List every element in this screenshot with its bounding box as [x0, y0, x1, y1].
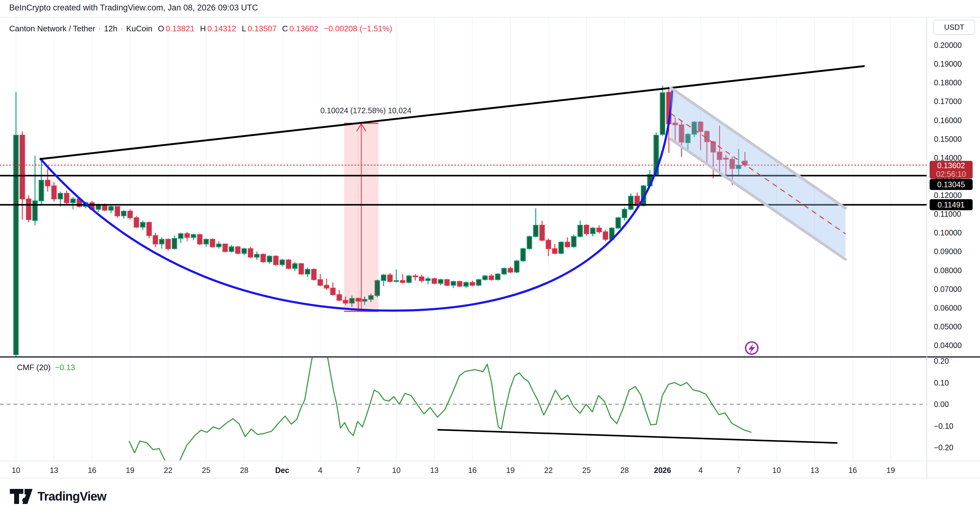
- low-letter: L: [242, 24, 246, 33]
- time-tick: 19: [506, 462, 515, 478]
- time-tick: 22: [544, 462, 553, 478]
- price-tick: 0.17000: [934, 97, 962, 106]
- price-panel: [0, 66, 927, 357]
- candle-body: [46, 180, 50, 186]
- currency-unit-button[interactable]: USDT: [933, 20, 975, 35]
- candle-body: [426, 279, 430, 280]
- candle-body: [242, 249, 247, 253]
- candle-body: [191, 235, 196, 237]
- candle-body: [26, 199, 31, 219]
- candle-body: [261, 254, 266, 262]
- candle-body: [628, 196, 633, 209]
- time-tick: 25: [582, 462, 591, 478]
- price-tick: 0.20000: [934, 41, 962, 50]
- instant-order-button[interactable]: [746, 342, 758, 354]
- candle-body: [166, 239, 170, 249]
- cmf-line: [129, 351, 751, 479]
- candle-body: [33, 201, 37, 220]
- candle-body: [172, 238, 177, 249]
- candle-body: [476, 280, 481, 285]
- candle-body: [419, 277, 424, 280]
- candle-body: [235, 247, 240, 253]
- candle-body: [331, 288, 335, 295]
- tradingview-logo[interactable]: TradingView: [9, 487, 106, 506]
- cmf-tick: 0.10: [934, 378, 949, 387]
- time-tick: 7: [356, 462, 360, 478]
- candle-body: [521, 249, 525, 261]
- price-tick: 0.10000: [934, 228, 962, 237]
- time-tick: 10: [392, 462, 401, 478]
- price-tick: 0.18000: [934, 78, 962, 87]
- time-tick: 28: [620, 462, 629, 478]
- candle-body: [223, 244, 228, 251]
- time-tick: 10: [12, 462, 20, 478]
- candle-body: [546, 240, 551, 249]
- candle-body: [185, 234, 189, 237]
- exchange-label[interactable]: KuCoin: [126, 24, 153, 33]
- time-tick: 2: [926, 462, 927, 478]
- candle-body: [445, 280, 449, 285]
- open-value: 0.13821: [165, 24, 194, 33]
- candle-body: [267, 256, 272, 262]
- candle-body: [388, 275, 392, 281]
- time-tick: 7: [737, 462, 741, 478]
- price-tick: 0.16000: [934, 116, 962, 125]
- candle-body: [559, 242, 563, 254]
- candle-body: [533, 225, 538, 237]
- cmf-trendline: [438, 430, 837, 443]
- candle-body: [147, 222, 151, 236]
- bar-countdown: 02:56:10: [936, 170, 966, 178]
- chart-canvas[interactable]: [0, 0, 980, 515]
- candle-body: [508, 268, 513, 272]
- interval-label[interactable]: 12h: [104, 24, 117, 33]
- candle-body: [159, 239, 164, 244]
- candle-body: [394, 280, 399, 281]
- candle-body: [39, 180, 44, 201]
- candle-body: [413, 276, 417, 277]
- close-letter: C: [282, 24, 288, 33]
- time-tick: 16: [88, 462, 97, 478]
- time-tick: 28: [240, 462, 248, 478]
- time-tick: 4: [318, 462, 322, 478]
- price-tick: 0.12000: [934, 191, 962, 200]
- time-tick: 2026: [654, 462, 671, 478]
- candle-body: [597, 228, 601, 232]
- candle-body: [134, 218, 139, 227]
- price-tick: 0.04000: [934, 341, 962, 350]
- candle-body: [325, 285, 329, 288]
- candle-body: [571, 237, 576, 247]
- candle-body: [464, 282, 468, 286]
- last-price-value: 0.13602: [937, 161, 965, 170]
- time-tick: 19: [886, 462, 895, 478]
- candle-body: [540, 225, 544, 240]
- price-tick: 0.09000: [934, 247, 962, 256]
- symbol-title-bar: Canton Network / Tether·12h·KuCoinO0.138…: [9, 24, 392, 33]
- candle-body: [52, 186, 56, 199]
- symbol-name[interactable]: Canton Network / Tether: [9, 24, 95, 33]
- candle-body: [280, 260, 285, 265]
- price-tick: 0.06000: [934, 303, 962, 312]
- tradingview-logo-text: TradingView: [38, 490, 106, 503]
- title-separator: ·: [121, 24, 123, 33]
- candle-body: [552, 249, 557, 253]
- candle-body: [204, 239, 208, 244]
- candle-body: [197, 235, 202, 244]
- candle-body: [438, 280, 443, 283]
- candle-body: [293, 264, 297, 268]
- candle-body: [457, 281, 462, 286]
- time-axis[interactable]: 10131619222528Dec47101316192225282026471…: [0, 462, 927, 478]
- candle-body: [210, 239, 215, 247]
- time-tick: 4: [698, 462, 703, 478]
- price-tick: 0.11000: [934, 210, 961, 219]
- high-value: 0.14312: [207, 24, 236, 33]
- time-tick: 10: [772, 462, 781, 478]
- open-letter: O: [158, 24, 164, 33]
- tradingview-chart-page: BeInCrypto created with TradingView.com,…: [0, 0, 980, 515]
- candle-body: [616, 218, 620, 228]
- time-tick: 16: [848, 462, 857, 478]
- candle-body: [248, 249, 253, 257]
- candle-body: [216, 244, 221, 247]
- candle-body: [65, 193, 69, 203]
- candle-body: [400, 280, 405, 282]
- cmf-indicator-name[interactable]: CMF (20): [17, 363, 51, 372]
